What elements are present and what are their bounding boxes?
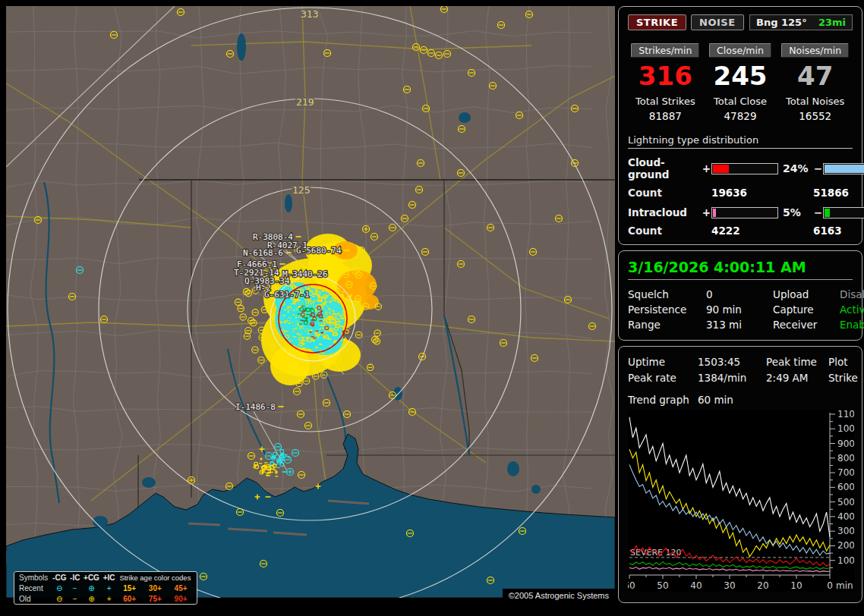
persistence-label: Persistence	[628, 302, 706, 317]
receiver-label: Receiver	[773, 317, 840, 332]
plus-cg-icon: ⊕	[82, 583, 102, 594]
svg-text:40: 40	[690, 580, 702, 591]
status-row-range: Range 313 mi Receiver Enabled	[628, 317, 853, 332]
svg-text:G-5680-74: G-5680-74	[296, 246, 342, 256]
side-panel: STRIKE NOISE Bng 125° 23mi Strikes/min 3…	[618, 6, 862, 608]
range-label: Range	[628, 317, 706, 332]
cloud-ground-count-row: Count 19636 51866	[628, 187, 853, 199]
squelch-label: Squelch	[628, 287, 706, 302]
peak-time-label: Peak time	[766, 354, 828, 370]
receiver-value: Enabled	[840, 317, 864, 332]
age-code: 45+	[168, 583, 194, 594]
svg-text:0: 0	[827, 580, 833, 591]
svg-text:I-1486-8: I-1486-8	[235, 402, 276, 412]
svg-text:30: 30	[724, 580, 735, 591]
intracloud-row: Intracloud + 5% − 8%	[628, 206, 853, 218]
plot-value: Strike	[828, 370, 858, 386]
svg-text:60: 60	[628, 580, 635, 591]
legend-col-header: +CG	[82, 573, 102, 583]
nexstorm-window: { "toolbar": { "strike_label": "STRIKE",…	[0, 0, 864, 616]
persistence-value: 90 min	[706, 302, 773, 317]
age-code: 60+	[117, 594, 143, 605]
legend-age-header: Strike age color codes	[117, 573, 194, 583]
age-code: 75+	[143, 594, 169, 605]
svg-text:125: 125	[292, 184, 310, 196]
mode-toolbar: STRIKE NOISE Bng 125° 23mi	[628, 14, 853, 30]
strikes-per-min-chip: Strikes/min	[631, 43, 699, 58]
cg-count-label: Count	[628, 187, 702, 199]
plus-sign: +	[702, 206, 711, 218]
svg-text:900: 900	[837, 438, 854, 449]
legend-col-header: +IC	[101, 573, 116, 583]
close-per-min-chip: Close/min	[709, 43, 771, 58]
cg-positive-pct: 24%	[778, 162, 813, 174]
svg-text:min: min	[836, 580, 853, 591]
ic-negative-bar	[823, 207, 864, 218]
svg-text:20: 20	[757, 580, 768, 591]
svg-text:600: 600	[837, 482, 854, 492]
close-per-min-value: 245	[703, 62, 778, 90]
minus-sign: −	[813, 162, 823, 174]
svg-text:800: 800	[837, 453, 854, 464]
legend-old-label: Old	[17, 594, 51, 605]
svg-text:50: 50	[657, 580, 668, 591]
age-code: 15+	[117, 583, 143, 594]
noises-per-min-chip: Noises/min	[781, 43, 849, 58]
legend-recent-label: Recent	[17, 583, 51, 594]
lightning-map[interactable]: 125219313R-3808-4R-4027-1N-6168-6G-5680-…	[6, 6, 615, 598]
total-strikes-value: 81887	[628, 110, 703, 122]
minus-cg-icon: ⊖	[51, 594, 68, 605]
ic-negative-count: 6163	[813, 225, 864, 237]
svg-text:N-6168-6: N-6168-6	[243, 248, 283, 258]
cg-negative-count: 51866	[813, 187, 864, 199]
noise-button[interactable]: NOISE	[691, 14, 744, 30]
upload-value: Disabled	[840, 287, 864, 302]
svg-text:500: 500	[837, 497, 854, 508]
svg-text:313: 313	[301, 8, 318, 20]
total-close-value: 47829	[703, 110, 778, 122]
minus-ic-icon: −	[68, 583, 82, 594]
legend-col-header: -CG	[51, 573, 68, 583]
svg-text:700: 700	[837, 467, 854, 478]
svg-text:10: 10	[790, 580, 802, 591]
minus-ic-icon: −	[68, 594, 82, 605]
svg-text:300: 300	[837, 526, 854, 536]
uptime-label: Uptime	[628, 354, 698, 370]
svg-text:G-631-7-1: G-631-7-1	[264, 290, 310, 300]
age-code: 90+	[168, 594, 194, 605]
bearing-readout: Bng 125° 23mi	[749, 14, 853, 30]
upload-label: Upload	[773, 287, 840, 302]
plot-label: Plot	[828, 354, 853, 370]
date-time: 3/16/2026 4:00:11 AM	[628, 259, 853, 280]
uptime-value: 1503:45	[698, 354, 766, 370]
cloud-ground-row: Cloud-ground + 24% − 63%	[628, 156, 853, 181]
uptime-row: Uptime 1503:45 Peak time Plot	[628, 354, 853, 370]
ic-count-label: Count	[628, 225, 702, 237]
cg-positive-bar	[711, 163, 778, 174]
copyright-label: ©2005 Astrogenic Systems	[503, 589, 615, 604]
capture-value: Active	[840, 302, 864, 317]
peak-rate-value: 1384/min	[698, 370, 766, 386]
rate-stats: Strikes/min 316 Total Strikes 81887 Clos…	[628, 42, 853, 122]
minus-cg-icon: ⊖	[51, 583, 68, 594]
total-strikes-label: Total Strikes	[628, 96, 703, 107]
stat-noises: Noises/min 47 Total Noises 16552	[777, 42, 853, 122]
peak-rate-label: Peak rate	[628, 370, 698, 386]
trend-graph-row: Trend graph 60 min	[628, 392, 853, 408]
total-noises-value: 16552	[777, 110, 853, 122]
strike-button[interactable]: STRIKE	[628, 14, 686, 30]
peak-rate-row: Peak rate 1384/min 2:49 AM Strike	[628, 370, 853, 386]
plus-ic-icon: +	[101, 583, 116, 594]
svg-text:400: 400	[837, 511, 854, 522]
status-panel: 3/16/2026 4:00:11 AM Squelch 0 Upload Di…	[618, 250, 862, 341]
legend-symbols-header: Symbols	[17, 573, 51, 583]
status-row-persistence: Persistence 90 min Capture Active	[628, 302, 853, 317]
strike-stats-panel: STRIKE NOISE Bng 125° 23mi Strikes/min 3…	[618, 6, 862, 245]
plus-sign: +	[702, 162, 711, 174]
range-value: 313 mi	[706, 317, 773, 332]
total-noises-label: Total Noises	[777, 96, 853, 107]
legend-col-header: -IC	[68, 573, 82, 583]
trend-window-value: 60 min	[698, 392, 853, 408]
plus-cg-icon: ⊕	[82, 594, 102, 605]
noises-per-min-value: 47	[777, 62, 853, 90]
